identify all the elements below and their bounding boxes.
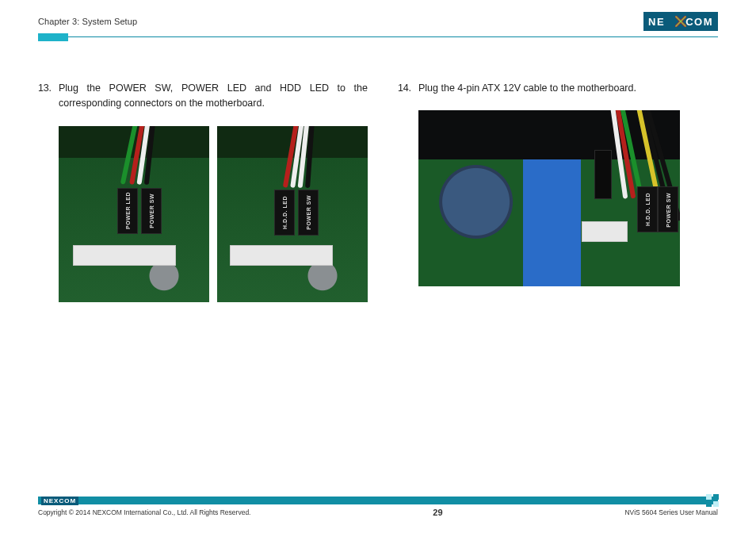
photo-front-panel-1: POWER LED POWER SW — [59, 126, 209, 302]
footer-copyright: Copyright © 2014 NEXCOM International Co… — [38, 508, 250, 516]
header-rule — [38, 35, 718, 38]
footer-brand-logo: NEXCOM — [41, 496, 78, 505]
label-power-sw-3: POWER SW — [666, 193, 671, 228]
label-power-led: POWER LED — [125, 192, 131, 229]
step-14-number: 14. — [398, 81, 414, 96]
step-13-number: 13. — [38, 81, 54, 112]
chapter-title: Chapter 3: System Setup — [38, 17, 137, 26]
label-hdd-led-2: H.D.D. LED — [645, 193, 651, 226]
page-footer: NEXCOM Copyright © 2014 NEXCOM Internati… — [38, 497, 718, 517]
step-13-text: Plug the POWER SW, POWER LED and HDD LED… — [59, 81, 368, 112]
label-power-sw-2: POWER SW — [306, 195, 311, 230]
step-14-text: Plug the 4-pin ATX 12V cable to the moth… — [418, 81, 636, 96]
logo-x-icon — [675, 16, 686, 27]
page-number: 29 — [433, 508, 442, 517]
photo-atx-12v: H.D.D. LED POWER SW — [418, 110, 680, 286]
label-power-sw: POWER SW — [149, 194, 155, 228]
photo-front-panel-2: H.D.D. LED POWER SW — [217, 126, 368, 302]
brand-logo — [643, 12, 718, 31]
footer-ornament-icon — [706, 494, 719, 507]
label-hdd-led: H.D.D. LED — [282, 196, 288, 229]
footer-doc-title: NViS 5604 Series User Manual — [624, 508, 718, 516]
